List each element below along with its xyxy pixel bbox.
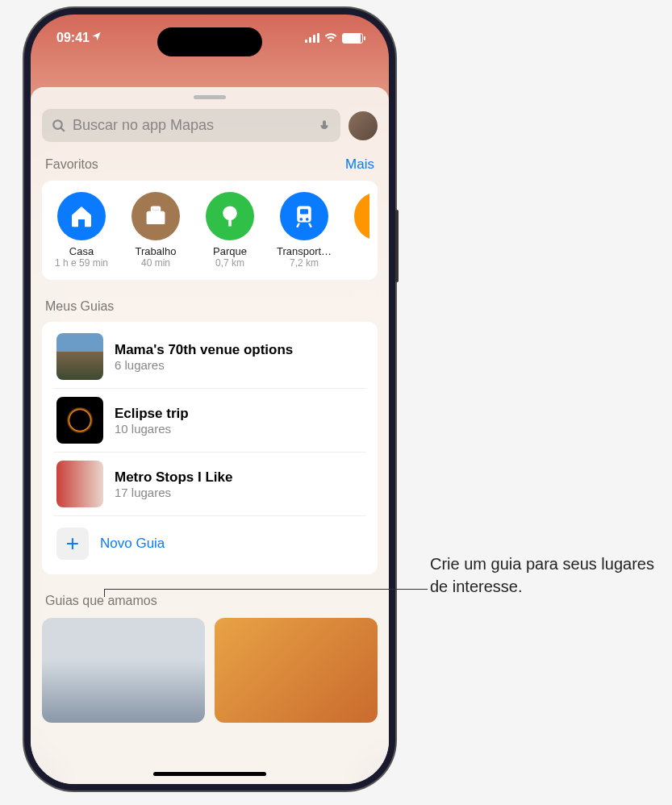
guide-thumbnail <box>56 333 103 380</box>
cellular-signal-icon <box>305 33 319 43</box>
favorite-sub: 1 h e 59 min <box>55 257 108 269</box>
new-guide-button[interactable]: + Novo Guia <box>53 516 366 563</box>
favorite-home[interactable]: Casa 1 h e 59 min <box>50 192 113 269</box>
home-indicator[interactable] <box>153 772 266 776</box>
home-icon <box>57 192 106 240</box>
guide-subtitle: 10 lugares <box>115 422 189 436</box>
favorite-sub: 40 min <box>141 257 170 269</box>
svg-point-3 <box>223 206 237 221</box>
search-placeholder: Buscar no app Mapas <box>73 117 311 134</box>
callout-leader-line <box>105 589 428 590</box>
guide-item-metro[interactable]: Metro Stops I Like 17 lugares <box>53 453 366 516</box>
search-bar[interactable]: Buscar no app Mapas <box>42 109 340 142</box>
favorites-more-link[interactable]: Mais <box>345 156 374 173</box>
favorite-label: Transport… <box>273 245 336 257</box>
wifi-icon <box>324 33 337 43</box>
search-icon <box>52 119 66 133</box>
favorite-label: Ch <box>347 245 369 257</box>
guide-thumbnail <box>56 461 103 507</box>
svg-rect-8 <box>300 209 308 214</box>
status-time: 09:41 <box>56 31 90 45</box>
favorite-partial[interactable]: Ch 3, <box>347 192 369 269</box>
favorite-work[interactable]: Trabalho 40 min <box>124 192 187 269</box>
battery-icon <box>342 33 363 44</box>
search-sheet: Buscar no app Mapas Favoritos Mais Casa <box>31 87 389 784</box>
my-guides-title: Meus Guias <box>42 299 378 322</box>
train-icon <box>280 192 328 240</box>
favorite-label: Trabalho <box>124 245 187 257</box>
favorite-label: Parque <box>198 245 261 257</box>
svg-point-6 <box>299 218 303 221</box>
profile-avatar[interactable] <box>349 111 378 140</box>
favorites-title: Favoritos <box>45 157 98 172</box>
guide-subtitle: 6 lugares <box>115 358 293 372</box>
guide-title: Eclipse trip <box>115 406 189 422</box>
loved-guide-card-2[interactable] <box>215 618 378 723</box>
my-guides-card: Mama's 70th venue options 6 lugares Ecli… <box>42 322 378 574</box>
phone-screen: 09:41 Buscar no app Mapas <box>31 15 389 784</box>
phone-frame: 09:41 Buscar no app Mapas <box>24 8 395 790</box>
microphone-icon[interactable] <box>318 118 331 134</box>
guide-title: Mama's 70th venue options <box>115 342 293 358</box>
plus-icon: + <box>56 528 89 560</box>
briefcase-icon <box>131 192 180 240</box>
guide-subtitle: 17 lugares <box>115 486 232 499</box>
loved-guide-card-1[interactable] <box>42 618 205 723</box>
guide-thumbnail <box>56 397 103 444</box>
favorite-label: Casa <box>50 245 113 257</box>
favorite-sub: 0,7 km <box>215 257 244 269</box>
favorite-sub: 7,2 km <box>290 257 319 269</box>
tree-icon <box>206 192 254 240</box>
svg-rect-4 <box>228 219 232 227</box>
favorites-card: Casa 1 h e 59 min Trabalho 40 min <box>42 181 378 280</box>
favorites-header: Favoritos Mais <box>42 153 378 181</box>
svg-point-0 <box>53 120 62 129</box>
favorite-park[interactable]: Parque 0,7 km <box>198 192 261 269</box>
loved-guides-title: Guias que amamos <box>42 594 378 618</box>
food-icon <box>354 192 369 240</box>
location-arrow-icon <box>91 31 102 45</box>
favorite-transit[interactable]: Transport… 7,2 km <box>273 192 336 269</box>
guide-item-eclipse[interactable]: Eclipse trip 10 lugares <box>53 389 366 453</box>
svg-rect-2 <box>147 211 165 224</box>
guide-title: Metro Stops I Like <box>115 469 232 486</box>
guide-item-mama[interactable]: Mama's 70th venue options 6 lugares <box>53 325 366 389</box>
callout-annotation: Crie um guia para seus lugares de intere… <box>430 553 672 598</box>
dynamic-island <box>157 27 262 56</box>
sheet-grabber[interactable] <box>194 95 226 99</box>
new-guide-label: Novo Guia <box>100 536 165 552</box>
svg-point-7 <box>306 218 309 221</box>
